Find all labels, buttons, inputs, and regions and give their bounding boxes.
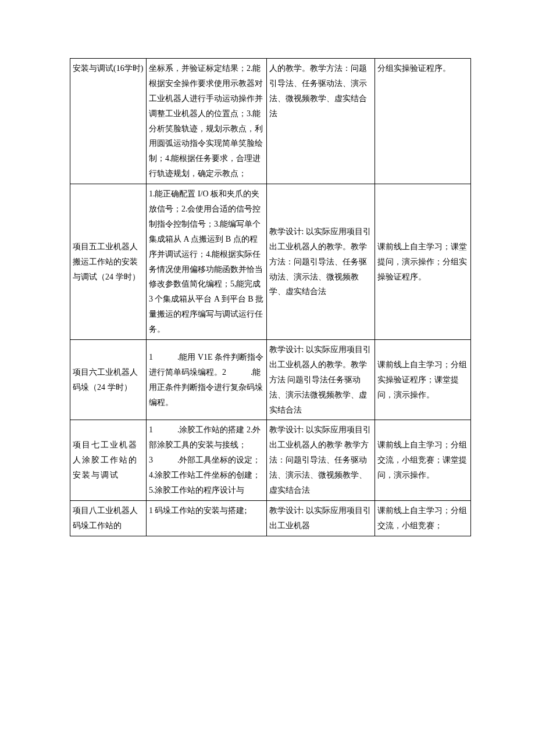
cell-methods: 教学设计: 以实际应用项目引出工业机器	[266, 500, 374, 536]
cell-activities: 课前线上自主学习；课堂提问，演示操作；分组实操验证程序。	[374, 184, 470, 340]
cell-objectives: 1 .能用 V1E 条件判断指令进行简单码垛编程。2 .能用正条件判断指令进行复…	[146, 340, 266, 420]
cell-project: 项目八工业机器人码垛工作站的	[70, 500, 147, 536]
cell-activities: 课前线上自主学习；分组交流，小组竞赛；课堂提问，演示操作。	[374, 420, 470, 500]
cell-objectives: 1 .涂胶工作站的搭建 2.外部涂胶工具的安装与接线；3 .外部工具坐标的设定；…	[146, 420, 266, 500]
cell-methods: 教学设计: 以实际应用项目引出工业机器人的教学 教学方法：问题引导法、任务驱动法…	[266, 420, 374, 500]
cell-objectives: 1.能正确配置 I/O 板和夹爪的夹放信号；2.会使用合适的信号控制指令控制信号…	[146, 184, 266, 340]
cell-objectives: 坐标系，并验证标定结果；2.能根据安全操作要求使用示教器对工业机器人进行手动运动…	[146, 59, 266, 184]
table-row: 项目五工业机器人搬运工作站的安装与调试（24 学时） 1.能正确配置 I/O 板…	[70, 184, 471, 340]
table-row: 项目八工业机器人码垛工作站的 1 码垛工作站的安装与搭建; 教学设计: 以实际应…	[70, 500, 471, 536]
cell-methods: 教学设计: 以实际应用项目引出工业机器人的教学。教学方法：问题引导法、任务驱动法…	[266, 184, 374, 340]
cell-project: 项目五工业机器人搬运工作站的安装与调试（24 学时）	[70, 184, 147, 340]
table-row: 安装与调试(16学时) 坐标系，并验证标定结果；2.能根据安全操作要求使用示教器…	[70, 59, 471, 184]
cell-methods: 教学设计: 以实际应用项目引出工业机器人的教学。教学方法 问题引导法任务驱动法、…	[266, 340, 374, 420]
cell-objectives: 1 码垛工作站的安装与搭建;	[146, 500, 266, 536]
cell-project: 项目七工业机器人涂胶工作站的安装与调试	[70, 420, 147, 500]
document-page: 安装与调试(16学时) 坐标系，并验证标定结果；2.能根据安全操作要求使用示教器…	[0, 0, 535, 560]
cell-project: 安装与调试(16学时)	[70, 59, 147, 184]
cell-activities: 课前线上自主学习；分组实操验证程序；课堂提问，演示操作。	[374, 340, 470, 420]
cell-activities: 分组实操验证程序。	[374, 59, 470, 184]
table-row: 项目七工业机器人涂胶工作站的安装与调试 1 .涂胶工作站的搭建 2.外部涂胶工具…	[70, 420, 471, 500]
cell-methods: 人的教学。教学方法：问题引导法、任务驱动法、演示法、微视频教学、虚实结合法	[266, 59, 374, 184]
cell-activities: 课前线上自主学习；分组交流，小组竞赛；	[374, 500, 470, 536]
cell-project: 项目六工业机器人码垛（24 学时）	[70, 340, 147, 420]
curriculum-table: 安装与调试(16学时) 坐标系，并验证标定结果；2.能根据安全操作要求使用示教器…	[70, 58, 471, 536]
table-row: 项目六工业机器人码垛（24 学时） 1 .能用 V1E 条件判断指令进行简单码垛…	[70, 340, 471, 420]
